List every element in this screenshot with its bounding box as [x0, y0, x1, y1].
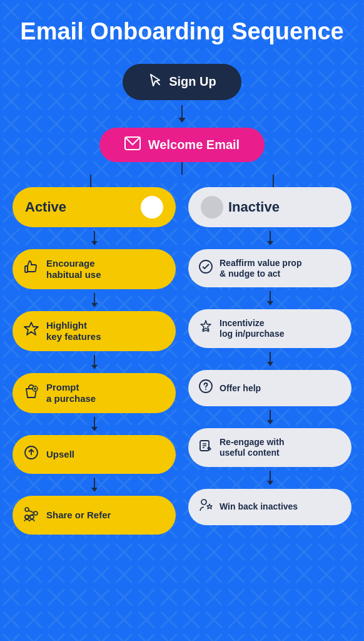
toggle-knob-left — [201, 196, 223, 218]
columns-container: Active Encouragehabitual use — [13, 187, 351, 535]
toggle-knob-right — [141, 196, 163, 218]
arrow-inactive-4 — [267, 410, 273, 424]
arrow-inactive-5 — [267, 471, 273, 485]
arrow-inactive-2 — [267, 291, 273, 305]
arrow-inactive-3 — [267, 352, 273, 366]
active-column: Active Encouragehabitual use — [13, 187, 176, 535]
check-icon — [198, 259, 213, 278]
cursor-icon — [148, 73, 163, 91]
step-reaffirm: Reaffirm value prop& nudge to act — [188, 249, 351, 288]
signup-button[interactable]: Sign Up — [123, 64, 241, 100]
svg-marker-20 — [201, 320, 211, 331]
question-icon — [198, 379, 213, 397]
reengage-text: Re-engage withuseful content — [220, 437, 284, 458]
help-text: Offer help — [220, 383, 261, 394]
encourage-text: Encouragehabitual use — [46, 258, 101, 280]
thumb-icon — [23, 259, 40, 280]
share-icon — [23, 505, 40, 526]
step-reengage: Re-engage withuseful content — [188, 428, 351, 467]
arrow-signup-welcome — [178, 105, 186, 123]
step-upsell: Upsell — [13, 435, 176, 474]
share-text: Share or Refer — [46, 510, 111, 521]
signup-label: Sign Up — [169, 74, 216, 89]
highlight-text: Highlightkey features — [46, 320, 101, 342]
upload-icon — [23, 444, 40, 465]
arrow-active-3 — [91, 355, 98, 369]
star-hand-icon — [198, 319, 213, 338]
svg-point-27 — [201, 500, 206, 505]
arrow-active-5 — [91, 478, 98, 492]
svg-marker-28 — [207, 504, 212, 509]
step-prompt: Prompta purchase — [13, 373, 176, 413]
svg-point-17 — [25, 515, 29, 519]
arrow-active-2 — [91, 293, 98, 307]
step-help: Offer help — [188, 370, 351, 406]
step-winback: Win back inactives — [188, 489, 351, 525]
envelope-icon — [124, 136, 141, 153]
active-toggle[interactable]: Active — [13, 187, 176, 227]
winback-text: Win back inactives — [220, 501, 298, 512]
svg-line-15 — [29, 510, 34, 513]
step-share: Share or Refer — [13, 496, 176, 535]
step-encourage: Encouragehabitual use — [13, 249, 176, 289]
page-title: Email Onboarding Sequence — [20, 19, 343, 45]
welcome-label: Welcome Email — [148, 138, 240, 152]
star-icon — [23, 320, 40, 342]
step-incentivize: Incentivizelog in/purchase — [188, 309, 351, 348]
inactive-toggle[interactable]: Inactive — [188, 187, 351, 227]
inactive-column: Inactive Reaffirm value prop& nudge to a… — [188, 187, 351, 525]
svg-point-14 — [34, 511, 38, 515]
edit-icon — [198, 438, 213, 457]
incentivize-text: Incentivizelog in/purchase — [220, 318, 284, 339]
welcome-email-button: Welcome Email — [99, 128, 265, 162]
svg-point-13 — [25, 508, 29, 511]
prompt-text: Prompta purchase — [46, 382, 96, 404]
step-highlight: Highlightkey features — [13, 311, 176, 351]
svg-point-22 — [205, 389, 206, 390]
upsell-text: Upsell — [46, 449, 74, 460]
arrow-inactive-1 — [267, 231, 273, 245]
svg-rect-5 — [25, 266, 28, 272]
svg-marker-6 — [24, 322, 38, 335]
active-label: Active — [25, 199, 66, 215]
svg-line-3 — [156, 81, 159, 85]
bag-icon — [23, 382, 40, 404]
svg-point-18 — [30, 515, 34, 519]
arrow-active-4 — [91, 417, 98, 431]
person-star-icon — [198, 498, 213, 516]
inactive-label: Inactive — [228, 199, 280, 215]
reaffirm-text: Reaffirm value prop& nudge to act — [220, 258, 301, 279]
arrow-active-1 — [91, 231, 98, 245]
